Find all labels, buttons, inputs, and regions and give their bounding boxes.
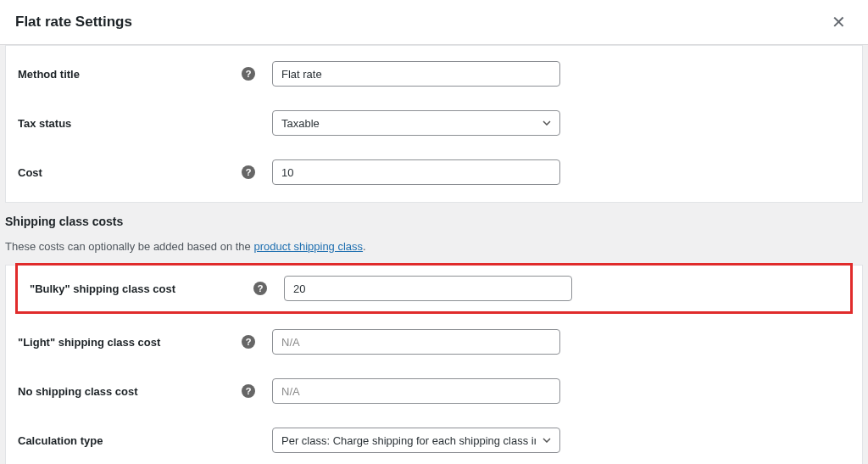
light-class-row: "Light" shipping class cost ? [18,329,850,355]
cost-label: Cost [18,166,42,179]
shipping-class-costs-panel: "Bulky" shipping class cost ? "Light" sh… [5,265,863,464]
help-icon[interactable]: ? [242,67,255,81]
shipping-class-heading: Shipping class costs [5,215,863,228]
calc-type-select[interactable]: Per class: Charge shipping for each ship… [272,428,560,453]
general-settings-panel: Method title ? Tax status Taxable [5,45,863,203]
modal-header: Flat rate Settings ✕ [0,0,868,45]
method-title-row: Method title ? [18,61,850,87]
tax-status-label: Tax status [18,117,71,130]
desc-text: These costs can optionally be added base… [5,240,253,253]
calc-type-label: Calculation type [18,434,103,447]
tax-status-select[interactable]: Taxable [272,110,560,136]
no-class-input[interactable] [272,378,560,404]
light-class-input[interactable] [272,329,560,355]
desc-text: . [363,240,366,253]
bulky-class-label: "Bulky" shipping class cost [30,282,175,295]
product-shipping-class-link[interactable]: product shipping class [253,240,363,253]
shipping-class-heading-block: Shipping class costs These costs can opt… [5,203,863,265]
help-icon[interactable]: ? [242,165,255,179]
bulky-class-row: "Bulky" shipping class cost ? [15,263,853,314]
help-icon[interactable]: ? [253,282,267,295]
tax-status-row: Tax status Taxable [18,110,850,136]
method-title-label: Method title [18,68,80,81]
cost-input[interactable] [272,159,560,185]
method-title-input[interactable] [272,61,560,87]
close-icon[interactable]: ✕ [825,10,853,34]
bulky-class-input[interactable] [284,276,572,301]
cost-row: Cost ? [18,159,850,185]
no-class-row: No shipping class cost ? [18,378,850,404]
help-icon[interactable]: ? [242,384,255,398]
light-class-label: "Light" shipping class cost [18,336,160,349]
modal-title: Flat rate Settings [15,14,132,31]
no-class-label: No shipping class cost [18,385,138,398]
help-icon[interactable]: ? [242,335,255,349]
calc-type-row: Calculation type Per class: Charge shipp… [18,428,850,453]
shipping-class-desc: These costs can optionally be added base… [5,240,863,253]
